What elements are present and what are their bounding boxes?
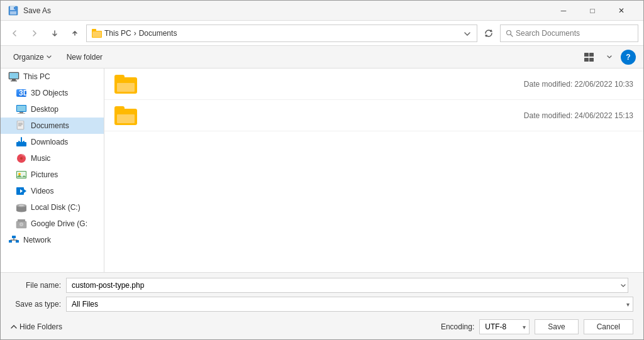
cancel-button[interactable]: Cancel xyxy=(584,319,633,334)
sidebar-item-3d-objects[interactable]: 3D 3D Objects xyxy=(1,85,104,101)
sidebar-label-this-pc: This PC xyxy=(23,72,50,81)
encoding-select[interactable]: UTF-8 UTF-16 ANSI xyxy=(479,319,530,334)
view-dropdown-button[interactable] xyxy=(601,48,618,66)
save-as-dialog: Save As ─ □ ✕ This PC xyxy=(0,0,644,340)
svg-rect-46 xyxy=(18,219,25,222)
dialog-title: Save As xyxy=(23,6,51,15)
hide-folders-button[interactable]: Hide Folders xyxy=(11,322,62,331)
breadcrumb-this-pc[interactable]: This PC xyxy=(104,29,131,38)
sidebar-item-this-pc[interactable]: This PC xyxy=(1,69,104,85)
sidebar-item-videos[interactable]: Videos xyxy=(1,183,104,199)
sidebar-item-documents[interactable]: Documents xyxy=(1,118,104,134)
encoding-select-wrapper: UTF-8 UTF-16 ANSI ▾ xyxy=(479,319,530,334)
breadcrumb-documents[interactable]: Documents xyxy=(139,29,177,38)
computer-icon xyxy=(8,72,19,82)
address-bar: This PC › Documents xyxy=(1,21,643,46)
date-modified-label-2: Date modified: xyxy=(524,111,575,120)
maximize-button[interactable]: □ xyxy=(578,1,607,21)
svg-rect-9 xyxy=(584,53,589,57)
filename-row: File name: xyxy=(11,278,633,293)
breadcrumb: This PC › Documents xyxy=(104,29,177,38)
new-folder-label: New folder xyxy=(67,53,103,62)
folder-icon-1 xyxy=(114,75,137,94)
breadcrumb-sep1: › xyxy=(134,29,136,38)
dropdown-arrow-button[interactable] xyxy=(46,25,64,42)
sidebar-item-local-disk[interactable]: Local Disk (C:) xyxy=(1,199,104,216)
filename-label: File name: xyxy=(11,281,61,290)
help-button[interactable]: ? xyxy=(621,50,636,65)
svg-rect-21 xyxy=(19,112,23,113)
back-button[interactable] xyxy=(6,25,23,42)
action-buttons: Encoding: UTF-8 UTF-16 ANSI ▾ Save Cance… xyxy=(441,319,633,334)
svg-rect-24 xyxy=(18,121,23,129)
address-dropdown-button[interactable] xyxy=(463,28,472,39)
sidebar-item-desktop[interactable]: Desktop xyxy=(1,101,104,118)
sidebar-item-downloads[interactable]: Downloads xyxy=(1,134,104,150)
view-chevron-icon xyxy=(607,55,612,58)
sidebar-label-pictures: Pictures xyxy=(31,170,58,179)
encoding-label: Encoding: xyxy=(441,322,474,331)
folder-address-icon xyxy=(92,29,102,38)
svg-rect-2 xyxy=(10,11,16,14)
svg-rect-48 xyxy=(9,240,12,243)
network-icon xyxy=(8,235,19,245)
action-row: Hide Folders Encoding: UTF-8 UTF-16 ANSI… xyxy=(11,315,633,334)
videos-icon xyxy=(16,186,27,196)
sidebar-item-network[interactable]: Network xyxy=(1,232,104,248)
toolbar: Organize New folder ? xyxy=(1,46,643,69)
view-button[interactable] xyxy=(580,48,598,66)
search-box[interactable] xyxy=(500,25,638,42)
search-input[interactable] xyxy=(516,29,633,38)
help-label: ? xyxy=(626,53,630,62)
refresh-button[interactable] xyxy=(480,25,497,42)
svg-marker-37 xyxy=(24,189,26,193)
organize-dropdown-icon xyxy=(47,55,52,58)
minimize-button[interactable]: ─ xyxy=(549,1,578,21)
title-bar: Save As ─ □ ✕ xyxy=(1,1,643,21)
sidebar-label-3d-objects: 3D Objects xyxy=(31,89,68,97)
address-box[interactable]: This PC › Documents xyxy=(86,25,477,42)
sidebar-label-videos: Videos xyxy=(31,187,53,195)
sidebar-item-pictures[interactable]: Pictures xyxy=(1,167,104,183)
svg-rect-47 xyxy=(12,236,16,238)
sidebar-item-music[interactable]: Music xyxy=(1,150,104,167)
forward-button[interactable] xyxy=(26,25,43,42)
documents-icon xyxy=(16,121,27,131)
svg-rect-10 xyxy=(589,53,594,57)
title-bar-controls: ─ □ ✕ xyxy=(549,1,636,21)
file-date-1: Date modified: 22/06/2022 10:33 xyxy=(524,80,633,89)
file-row[interactable]: Date modified: 24/06/2022 15:13 xyxy=(104,100,643,131)
date-modified-value-2: 24/06/2022 15:13 xyxy=(575,111,633,120)
file-date-2: Date modified: 24/06/2022 15:13 xyxy=(524,111,633,120)
local-disk-icon xyxy=(16,202,27,212)
svg-rect-22 xyxy=(18,113,25,114)
sidebar-label-downloads: Downloads xyxy=(31,138,68,146)
google-drive-icon xyxy=(16,219,27,229)
svg-rect-15 xyxy=(12,79,16,80)
music-icon xyxy=(16,153,27,163)
svg-rect-12 xyxy=(589,58,594,62)
svg-rect-16 xyxy=(11,80,17,82)
savetype-select[interactable]: All Files xyxy=(66,297,633,312)
sidebar-item-google-drive[interactable]: Google Drive (G: xyxy=(1,216,104,232)
close-button[interactable]: ✕ xyxy=(607,1,636,21)
sidebar-label-documents: Documents xyxy=(31,121,69,130)
toolbar-right: ? xyxy=(580,48,636,66)
svg-point-32 xyxy=(20,157,23,160)
savetype-label: Save as type: xyxy=(11,300,61,309)
svg-rect-49 xyxy=(16,240,19,243)
3d-objects-icon: 3D xyxy=(16,88,27,98)
svg-rect-11 xyxy=(584,58,589,62)
view-list-icon xyxy=(584,53,594,62)
organize-label: Organize xyxy=(13,53,44,62)
file-row[interactable]: Date modified: 22/06/2022 10:33 xyxy=(104,69,643,100)
organize-button[interactable]: Organize xyxy=(8,50,57,64)
up-button[interactable] xyxy=(66,25,84,42)
new-folder-button[interactable]: New folder xyxy=(62,50,108,64)
search-icon xyxy=(506,30,513,37)
svg-rect-6 xyxy=(92,31,101,37)
save-button[interactable]: Save xyxy=(535,319,578,334)
pictures-icon xyxy=(16,170,27,180)
filename-input[interactable] xyxy=(66,278,628,293)
sidebar-label-google-drive: Google Drive (G: xyxy=(31,219,87,228)
